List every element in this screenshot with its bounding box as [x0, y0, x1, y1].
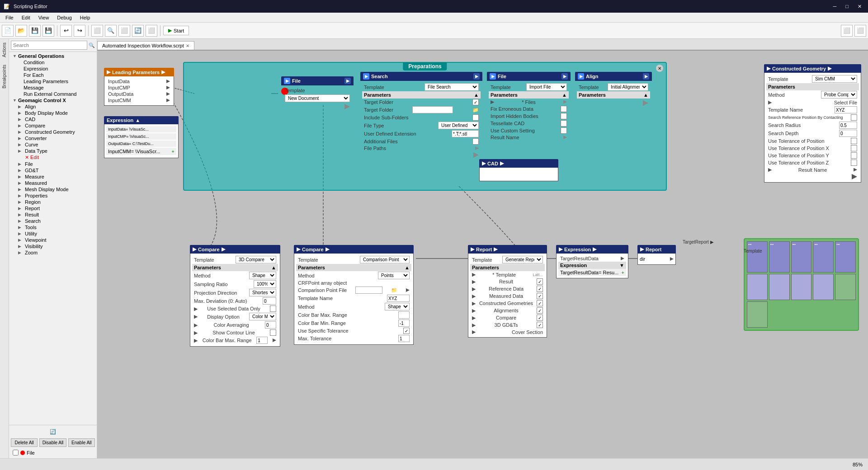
- sidebar-item-constructed-geo[interactable]: ▶Constructed Geometry: [9, 129, 97, 135]
- sidebar-item-region[interactable]: ▶Region: [9, 199, 97, 205]
- node-leading-header[interactable]: ▶ Leading Parameters ▶: [104, 68, 174, 76]
- cg-search-radius-input[interactable]: [839, 122, 857, 129]
- cg-tolerance-z-check[interactable]: [851, 160, 857, 166]
- node-expr-expand[interactable]: ▲: [135, 118, 140, 123]
- open-button[interactable]: 📂: [15, 25, 27, 37]
- search-additional-check[interactable]: [472, 138, 479, 145]
- node-compare1-expand[interactable]: ▶: [222, 246, 225, 252]
- node-cg-header[interactable]: ▶ Constructed Geometry ▶: [764, 64, 861, 73]
- align-template-select[interactable]: Initial Alignment: [608, 83, 648, 91]
- node-expr-header[interactable]: Expression ▲: [104, 116, 179, 124]
- sidebar-item-visibility[interactable]: ▶Visibility: [9, 243, 97, 249]
- canvas-area[interactable]: Automated Inspection Workflow.scrpt ✕: [97, 39, 868, 458]
- sidebar-item-tools[interactable]: ▶Tools: [9, 224, 97, 230]
- node-leading-play[interactable]: ▶: [107, 69, 110, 75]
- search-target-folder-input[interactable]: [412, 106, 453, 113]
- menu-debug[interactable]: Debug: [53, 14, 75, 21]
- sidebar-item-converter[interactable]: ▶Converter: [9, 135, 97, 141]
- new-file-button[interactable]: 📄: [2, 25, 14, 37]
- tree-gcx[interactable]: ▼ Geomagic Control X: [9, 97, 97, 103]
- compare2-specifictol-check[interactable]: [403, 328, 410, 334]
- node-cg-expand[interactable]: ▶: [828, 66, 831, 71]
- node-align-expand[interactable]: ▶: [643, 73, 649, 80]
- sidebar-item-gdt[interactable]: ▶GD&T: [9, 167, 97, 174]
- search-input[interactable]: [11, 41, 87, 50]
- node-report2-header[interactable]: ▶ Report: [637, 245, 676, 254]
- file2-custom-check[interactable]: [561, 127, 567, 134]
- sidebar-item-measure[interactable]: ▶Measure: [9, 174, 97, 180]
- compare2-template-select[interactable]: Comparison Point: [360, 256, 410, 263]
- node-leading-expand[interactable]: ▶: [161, 69, 165, 75]
- sidebar-item-viewpoint[interactable]: ▶Viewpoint: [9, 237, 97, 243]
- menu-view[interactable]: View: [35, 14, 53, 21]
- file-prep-template-select[interactable]: New Document: [285, 94, 350, 102]
- sidebar-item-run-external[interactable]: Run External Command: [9, 91, 97, 97]
- panel-toggle-1[interactable]: ⬜: [841, 25, 853, 37]
- sidebar-item-file[interactable]: ▶File: [9, 161, 97, 167]
- menu-edit[interactable]: Edit: [18, 14, 34, 21]
- refresh-button[interactable]: 🔄: [11, 427, 95, 437]
- compare2-templatename-input[interactable]: [387, 295, 410, 302]
- cg-search-depth-input[interactable]: [839, 130, 857, 137]
- compare1-display-select[interactable]: Color Map: [249, 313, 276, 320]
- sidebar-item-foreach[interactable]: For Each: [9, 72, 97, 78]
- node-report-expand[interactable]: ▶: [494, 246, 497, 252]
- node-file2-header[interactable]: ▶ File ▶: [487, 72, 571, 81]
- cg-template-select[interactable]: Sim CMM: [812, 75, 857, 83]
- compare2-comppoint-icon[interactable]: 📁: [391, 287, 397, 293]
- redo-button[interactable]: ↪: [74, 25, 85, 37]
- search-template-select[interactable]: File Search: [425, 83, 479, 91]
- node-compare2-play[interactable]: ▶: [297, 246, 300, 252]
- preview-thumb-7[interactable]: [769, 274, 790, 300]
- node-compare2-header[interactable]: ▶ Compare ▶: [294, 245, 414, 254]
- node-align-play[interactable]: ▶: [578, 73, 584, 80]
- breakpoint-add-button[interactable]: ⬜: [91, 25, 103, 37]
- preview-thumb-4[interactable]: ▪▪▪: [813, 241, 834, 273]
- save-button[interactable]: 💾: [29, 25, 41, 37]
- report-measured-check[interactable]: [537, 293, 543, 299]
- enable-all-button[interactable]: Enable All: [68, 438, 95, 447]
- prep-group-close[interactable]: ✕: [656, 65, 663, 72]
- search-ext-input[interactable]: [452, 130, 479, 137]
- sidebar-item-report[interactable]: ▶Report: [9, 205, 97, 212]
- compare1-maxdev-input[interactable]: [263, 297, 276, 305]
- sidebar-item-result[interactable]: ▶Result: [9, 212, 97, 218]
- compare1-method-select[interactable]: Shape: [249, 272, 276, 279]
- file2-tessellate-check[interactable]: [561, 120, 567, 127]
- node-cad-header[interactable]: ▶ CAD ▶: [479, 159, 558, 168]
- menu-help[interactable]: Help: [76, 14, 94, 21]
- cg-tolerance-x-check[interactable]: [851, 145, 857, 151]
- node-expression2-expand[interactable]: ▶: [593, 246, 596, 252]
- preview-thumb-1[interactable]: ▪▪▪: [747, 241, 768, 273]
- search-filetype-select[interactable]: User Defined: [438, 122, 479, 129]
- node-expression2-header[interactable]: ▶ Expression ▶: [556, 245, 628, 254]
- report-align-check[interactable]: [537, 307, 543, 314]
- node-file-prep-play[interactable]: ▶: [284, 78, 290, 84]
- run-button[interactable]: ▶ Start: [163, 26, 189, 35]
- file-tree-item[interactable]: File: [11, 449, 95, 456]
- tab-close-btn[interactable]: ✕: [186, 43, 189, 48]
- preview-thumb-10[interactable]: [835, 274, 856, 300]
- node-expression2-play[interactable]: ▶: [559, 246, 562, 252]
- sidebar-item-utility[interactable]: ▶Utility: [9, 230, 97, 237]
- compare1-sampling-select[interactable]: 100%: [254, 280, 276, 288]
- sidebar-item-search[interactable]: ▶Search: [9, 218, 97, 224]
- sidebar-item-leading[interactable]: Leading Parameters: [9, 78, 97, 85]
- sidebar-item-compare[interactable]: ▶Compare: [9, 122, 97, 129]
- search-folder-icon[interactable]: 📁: [472, 107, 479, 113]
- file2-hidden-check[interactable]: [561, 113, 567, 119]
- check-button[interactable]: ⬜: [118, 25, 130, 37]
- breakpoints-tab[interactable]: Breakpoints: [1, 61, 8, 92]
- report-constgeo-check[interactable]: [537, 300, 543, 306]
- node-align-header[interactable]: ▶ Align ▶: [575, 72, 652, 81]
- file2-fix-check[interactable]: [561, 106, 567, 112]
- delete-all-button[interactable]: Delete All: [11, 438, 38, 447]
- menu-file[interactable]: File: [2, 14, 17, 21]
- node-search-expand[interactable]: ▶: [473, 73, 480, 80]
- preview-thumb-11[interactable]: [747, 301, 768, 328]
- import-button[interactable]: ⬜: [146, 25, 157, 37]
- node-compare1-play[interactable]: ▶: [193, 246, 196, 252]
- preview-thumb-2[interactable]: ▪▪▪: [769, 241, 790, 273]
- file-checkbox[interactable]: [13, 450, 19, 456]
- cg-search-ref-check[interactable]: [851, 114, 857, 121]
